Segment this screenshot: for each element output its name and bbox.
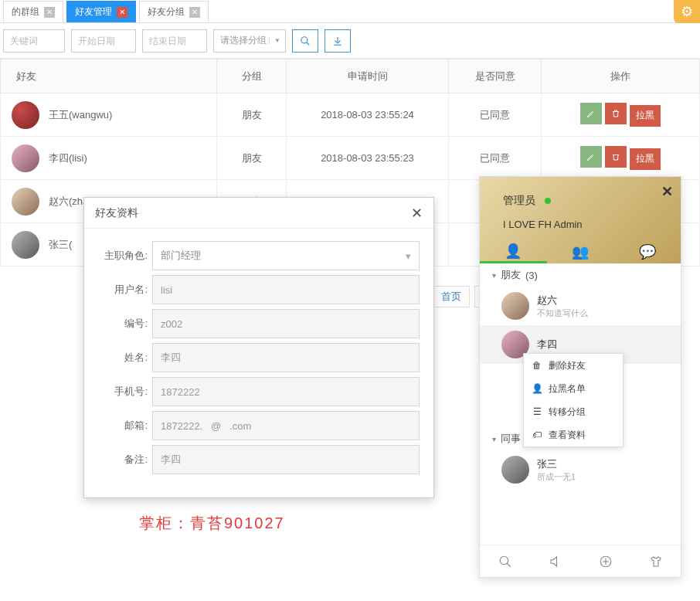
chat-tab-groups[interactable]: 👥 [547, 240, 614, 263]
remark-field[interactable] [152, 445, 420, 474]
delete-button[interactable] [605, 103, 627, 124]
chat-icon: 💬 [639, 243, 656, 260]
email-field[interactable] [152, 411, 420, 440]
gear-icon: ⚙ [681, 3, 693, 20]
search-icon [498, 555, 512, 569]
close-icon[interactable]: ✕ [44, 7, 55, 18]
contact-item[interactable]: 赵六不知道写什么 [480, 287, 681, 325]
svg-line-1 [307, 42, 310, 45]
edit-button[interactable] [580, 146, 602, 168]
tab-groups[interactable]: 的群组 ✕ [3, 1, 63, 22]
footer-add-button[interactable] [599, 555, 613, 569]
context-menu: 🗑删除好友 👤拉黑名单 ☰转移分组 🏷查看资料 [523, 353, 624, 447]
chat-tab-msgs[interactable]: 💬 [613, 240, 681, 263]
delete-button[interactable] [605, 146, 627, 168]
svg-line-3 [507, 563, 511, 567]
plus-circle-icon [599, 555, 613, 569]
tag-icon: 🏷 [532, 430, 542, 440]
table-row: 王五(wangwu) 朋友 2018-08-03 23:55:24 已同意 拉黑 [1, 93, 700, 137]
tab-bar: 的群组 ✕ 好友管理 ✕ 好友分组 ✕ [0, 0, 700, 23]
ctx-view-profile[interactable]: 🏷查看资料 [524, 423, 623, 447]
chat-footer [480, 545, 681, 577]
table-row: 李四(lisi) 朋友 2018-08-03 23:55:23 已同意 拉黑 [1, 137, 700, 180]
cell-group: 朋友 [217, 137, 287, 180]
cell-time: 2018-08-03 23:55:23 [287, 137, 449, 180]
page-first[interactable]: 首页 [433, 286, 470, 307]
list-icon: ☰ [532, 406, 542, 417]
cell-agree: 已同意 [449, 93, 542, 137]
chat-body: ▾朋友 (3) 赵六不知道写什么 李四 🗑删除好友 👤拉黑名单 ☰转移分组 🏷查… [480, 263, 681, 545]
settings-button[interactable]: ⚙ [674, 0, 700, 23]
search-button[interactable] [292, 29, 318, 53]
label-role: 主职角色: [98, 249, 152, 263]
tab-friend-manage[interactable]: 好友管理 ✕ [66, 1, 136, 22]
tab-friend-group[interactable]: 好友分组 ✕ [139, 1, 209, 22]
chevron-down-icon: ▾ [492, 271, 496, 280]
label-phone: 手机号: [98, 385, 152, 399]
th-group: 分组 [217, 59, 287, 93]
edit-button[interactable] [580, 103, 602, 124]
label-name: 姓名: [98, 351, 152, 365]
name-field[interactable] [152, 343, 420, 372]
chat-subtitle: I LOVE FH Admin [503, 219, 583, 230]
sound-icon [549, 555, 562, 569]
contact-item[interactable]: 张三所成一无1 [480, 450, 681, 489]
footer-sound-button[interactable] [549, 555, 562, 569]
svg-point-0 [301, 36, 308, 42]
cell-group: 朋友 [217, 93, 287, 137]
block-button[interactable]: 拉黑 [630, 148, 661, 170]
code-field[interactable] [152, 309, 420, 338]
group-name: 同事 [501, 432, 521, 446]
role-select[interactable]: 部门经理 [152, 241, 420, 270]
close-icon[interactable]: ✕ [189, 7, 200, 18]
tab-label: 的群组 [12, 5, 39, 19]
chat-tab-friends[interactable]: 👤 [480, 240, 547, 263]
end-date-input[interactable] [142, 29, 207, 53]
th-time: 申请时间 [287, 59, 449, 93]
ctx-label: 拉黑名单 [549, 382, 586, 396]
th-friend: 好友 [1, 59, 217, 93]
tab-label: 好友分组 [148, 5, 185, 19]
group-select[interactable]: 请选择分组 [213, 29, 286, 53]
group-icon: 👥 [572, 243, 589, 260]
group-count: (3) [525, 270, 538, 281]
phone-field[interactable] [152, 377, 420, 406]
group-header-friends[interactable]: ▾朋友 (3) [480, 263, 681, 287]
close-icon[interactable]: ✕ [411, 205, 423, 222]
tab-label: 好友管理 [75, 5, 112, 19]
friend-name: 王五(wangwu) [49, 108, 112, 122]
avatar [12, 144, 39, 172]
keyword-input[interactable] [3, 29, 65, 53]
person-icon: 👤 [505, 243, 522, 260]
avatar [12, 101, 39, 129]
username-field[interactable] [152, 275, 420, 304]
cell-agree: 已同意 [449, 137, 542, 180]
online-dot-icon [545, 198, 551, 204]
avatar [12, 231, 39, 259]
contact-signature: 所成一无1 [537, 471, 576, 483]
footer-skin-button[interactable] [649, 555, 663, 569]
friend-profile-modal: 好友资料 ✕ 主职角色:部门经理 用户名: 编号: 姓名: 手机号: 邮箱: 备… [83, 197, 434, 498]
block-button[interactable]: 拉黑 [630, 105, 661, 127]
label-code: 编号: [98, 317, 152, 331]
friend-name: 李四(lisi) [49, 151, 87, 165]
start-date-input[interactable] [71, 29, 136, 53]
ctx-move-group[interactable]: ☰转移分组 [524, 400, 623, 423]
download-button[interactable] [325, 29, 351, 53]
close-icon[interactable]: ✕ [661, 183, 673, 200]
footer-search-button[interactable] [498, 555, 512, 569]
th-ops: 操作 [542, 59, 700, 93]
person-icon: 👤 [532, 383, 542, 394]
svg-point-2 [500, 556, 508, 565]
trash-icon: 🗑 [532, 360, 542, 371]
ctx-block[interactable]: 👤拉黑名单 [524, 377, 623, 400]
group-name: 朋友 [501, 268, 521, 282]
ctx-delete-friend[interactable]: 🗑删除好友 [524, 354, 623, 377]
ctx-label: 查看资料 [549, 429, 586, 442]
contact-name: 张三 [537, 457, 576, 471]
ctx-label: 删除好友 [549, 359, 586, 372]
trash-icon [611, 152, 620, 161]
chevron-down-icon: ▾ [492, 435, 496, 443]
cell-time: 2018-08-03 23:55:24 [287, 93, 449, 137]
close-icon[interactable]: ✕ [117, 7, 127, 18]
